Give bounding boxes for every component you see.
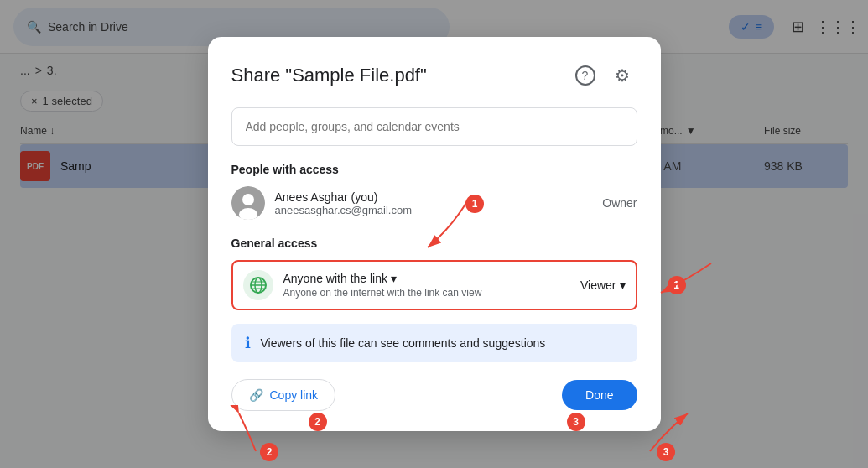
access-row: Anyone with the link ▾ Anyone on the int… xyxy=(231,260,637,310)
dialog-header-icons: ? ⚙ xyxy=(570,60,637,91)
annotation-2: 2 xyxy=(309,413,327,431)
badge-3: 3 xyxy=(567,413,585,431)
access-role-dropdown[interactable]: Viewer ▾ xyxy=(580,278,626,292)
access-type-label: Anyone with the link xyxy=(283,272,388,285)
info-text: Viewers of this file can see comments an… xyxy=(261,336,546,350)
annotation-1: 1 xyxy=(668,276,686,294)
done-button[interactable]: Done xyxy=(562,380,637,410)
avatar xyxy=(231,186,265,220)
done-label: Done xyxy=(585,388,613,402)
owner-email: aneesasghar.cs@gmail.com xyxy=(275,204,603,216)
gear-icon: ⚙ xyxy=(615,65,630,86)
share-dialog: Share "Sample File.pdf" ? ⚙ People with … xyxy=(208,37,661,431)
badge-2: 2 xyxy=(309,413,327,431)
owner-info: Anees Asghar (you) aneesasghar.cs@gmail.… xyxy=(275,190,603,216)
dialog-footer: 🔗 Copy link Done xyxy=(231,379,637,411)
annotation-3: 3 xyxy=(567,413,585,431)
owner-row: Anees Asghar (you) aneesasghar.cs@gmail.… xyxy=(231,186,637,220)
copy-link-button[interactable]: 🔗 Copy link xyxy=(231,379,336,411)
copy-link-label: Copy link xyxy=(270,388,319,402)
access-info: Anyone with the link ▾ Anyone on the int… xyxy=(283,272,580,299)
arrow-1-svg xyxy=(644,255,728,305)
access-title[interactable]: Anyone with the link ▾ xyxy=(283,272,580,285)
link-icon: 🔗 xyxy=(249,388,263,402)
badge-1: 1 xyxy=(668,276,686,294)
access-role-chevron: ▾ xyxy=(620,278,626,292)
owner-name: Anees Asghar (you) xyxy=(275,190,603,204)
help-button[interactable]: ? xyxy=(570,60,600,91)
help-icon: ? xyxy=(575,65,595,86)
access-role-label: Viewer xyxy=(580,278,616,292)
dialog-title: Share "Sample File.pdf" xyxy=(231,65,427,86)
dialog-header: Share "Sample File.pdf" ? ⚙ xyxy=(231,60,637,91)
general-access-label: General access xyxy=(231,237,637,250)
owner-role: Owner xyxy=(602,196,637,210)
modal-overlay: Share "Sample File.pdf" ? ⚙ People with … xyxy=(0,0,868,468)
settings-button[interactable]: ⚙ xyxy=(607,60,637,91)
info-icon: ℹ xyxy=(245,334,251,352)
access-description: Anyone on the internet with the link can… xyxy=(283,287,580,299)
people-input[interactable] xyxy=(231,107,637,146)
svg-point-1 xyxy=(242,194,254,205)
access-type-chevron: ▾ xyxy=(391,272,397,285)
globe-icon xyxy=(243,270,273,300)
info-banner: ℹ Viewers of this file can see comments … xyxy=(231,324,637,362)
people-with-access-label: People with access xyxy=(231,163,637,176)
general-access-section: General access Anyone with the link xyxy=(231,237,637,310)
